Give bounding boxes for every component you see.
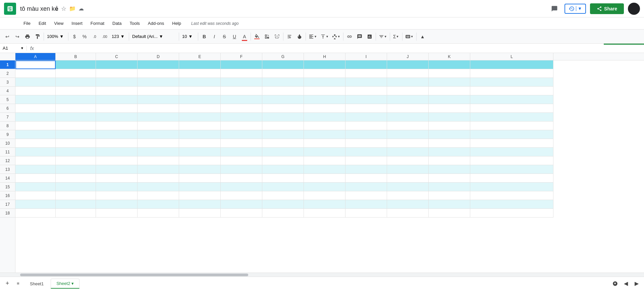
menu-format[interactable]: Format <box>87 19 108 27</box>
cell-C13[interactable] <box>96 165 138 174</box>
cell-A2[interactable] <box>15 69 56 78</box>
insert-chart-button[interactable] <box>365 32 374 42</box>
cell-I14[interactable] <box>345 174 387 183</box>
cell-I6[interactable] <box>345 104 387 113</box>
cell-F6[interactable] <box>221 104 262 113</box>
cell-I3[interactable] <box>345 78 387 87</box>
cell-G10[interactable] <box>262 139 304 148</box>
row-num-4[interactable]: 4 <box>0 87 15 95</box>
cell-D17[interactable] <box>138 200 179 209</box>
cell-L12[interactable] <box>470 156 553 165</box>
cell-H4[interactable] <box>304 87 345 95</box>
cell-J6[interactable] <box>387 104 429 113</box>
cell-A16[interactable] <box>15 191 56 200</box>
cell-J11[interactable] <box>387 148 429 156</box>
cell-D2[interactable] <box>138 69 179 78</box>
cell-C17[interactable] <box>96 200 138 209</box>
cell-F11[interactable] <box>221 148 262 156</box>
cell-F18[interactable] <box>221 209 262 218</box>
cell-H15[interactable] <box>304 183 345 191</box>
cell-G17[interactable] <box>262 200 304 209</box>
cell-B18[interactable] <box>56 209 96 218</box>
cell-F4[interactable] <box>221 87 262 95</box>
cell-H6[interactable] <box>304 104 345 113</box>
cell-K15[interactable] <box>429 183 470 191</box>
cell-K5[interactable] <box>429 95 470 104</box>
cell-I8[interactable] <box>345 122 387 130</box>
cell-C3[interactable] <box>96 78 138 87</box>
cell-L8[interactable] <box>470 122 553 130</box>
cell-G6[interactable] <box>262 104 304 113</box>
cell-F3[interactable] <box>221 78 262 87</box>
currency-button[interactable]: $ <box>70 32 79 42</box>
cell-E17[interactable] <box>179 200 221 209</box>
more-formats-selector[interactable]: 123 ▼ <box>110 32 127 41</box>
cell-J8[interactable] <box>387 122 429 130</box>
more-align-button[interactable]: ▼ <box>331 32 342 42</box>
col-header-B[interactable]: B <box>56 53 96 60</box>
cell-E9[interactable] <box>179 130 221 139</box>
underline-button[interactable]: U <box>230 32 239 42</box>
cell-G15[interactable] <box>262 183 304 191</box>
cell-K2[interactable] <box>429 69 470 78</box>
col-header-A[interactable]: A <box>15 53 56 60</box>
col-header-H[interactable]: H <box>304 53 345 60</box>
h-align-button[interactable]: ▼ <box>307 32 318 42</box>
formula-input[interactable] <box>37 46 644 51</box>
cell-G11[interactable] <box>262 148 304 156</box>
cell-B4[interactable] <box>56 87 96 95</box>
cell-K13[interactable] <box>429 165 470 174</box>
cell-L14[interactable] <box>470 174 553 183</box>
decimal-increase-button[interactable]: .00 <box>100 32 109 42</box>
cell-C12[interactable] <box>96 156 138 165</box>
cell-J18[interactable] <box>387 209 429 218</box>
font-size-selector[interactable]: 10 ▼ <box>180 32 197 41</box>
cell-H10[interactable] <box>304 139 345 148</box>
cell-B6[interactable] <box>56 104 96 113</box>
cell-A15[interactable] <box>15 183 56 191</box>
cell-L2[interactable] <box>470 69 553 78</box>
next-sheet-button[interactable]: ▶ <box>632 279 641 288</box>
cell-G7[interactable] <box>262 113 304 122</box>
cell-D10[interactable] <box>138 139 179 148</box>
cell-A12[interactable] <box>15 156 56 165</box>
cell-F10[interactable] <box>221 139 262 148</box>
strikethrough-button[interactable]: S <box>220 32 229 42</box>
cell-D9[interactable] <box>138 130 179 139</box>
undo-button[interactable]: ↩ <box>3 32 12 42</box>
cell-B14[interactable] <box>56 174 96 183</box>
cell-E15[interactable] <box>179 183 221 191</box>
row-num-18[interactable]: 18 <box>0 209 15 218</box>
cell-B8[interactable] <box>56 122 96 130</box>
cell-J2[interactable] <box>387 69 429 78</box>
cell-D4[interactable] <box>138 87 179 95</box>
paint-format-button[interactable] <box>33 32 42 42</box>
redo-button[interactable]: ↪ <box>13 32 22 42</box>
cell-D8[interactable] <box>138 122 179 130</box>
cell-L9[interactable] <box>470 130 553 139</box>
row-num-17[interactable]: 17 <box>0 200 15 209</box>
cell-H12[interactable] <box>304 156 345 165</box>
row-num-13[interactable]: 13 <box>0 165 15 174</box>
cell-D18[interactable] <box>138 209 179 218</box>
percent-button[interactable]: % <box>80 32 89 42</box>
cell-K4[interactable] <box>429 87 470 95</box>
cell-L15[interactable] <box>470 183 553 191</box>
cell-H16[interactable] <box>304 191 345 200</box>
explore-button[interactable] <box>610 279 620 288</box>
cell-C15[interactable] <box>96 183 138 191</box>
cell-A7[interactable] <box>15 113 56 122</box>
cell-A4[interactable] <box>15 87 56 95</box>
col-header-I[interactable]: I <box>345 53 387 60</box>
menu-tools[interactable]: Tools <box>126 19 143 27</box>
add-sheet-button[interactable]: + <box>3 279 12 288</box>
cell-H18[interactable] <box>304 209 345 218</box>
cell-B7[interactable] <box>56 113 96 122</box>
menu-help[interactable]: Help <box>169 19 184 27</box>
avatar[interactable] <box>628 3 640 15</box>
cell-E14[interactable] <box>179 174 221 183</box>
cell-E3[interactable] <box>179 78 221 87</box>
cell-K9[interactable] <box>429 130 470 139</box>
cell-G1[interactable] <box>262 60 304 69</box>
menu-view[interactable]: View <box>51 19 67 27</box>
